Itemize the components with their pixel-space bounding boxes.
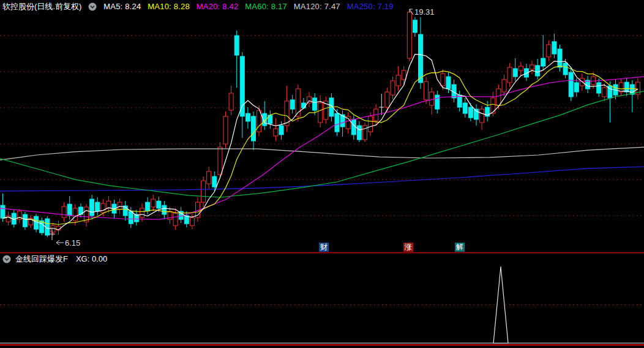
chevron-down-icon[interactable] xyxy=(2,255,11,263)
watermark-badge: 财 xyxy=(319,243,329,252)
indicator-value: XG: 0.00 xyxy=(76,254,107,264)
chevron-down-icon[interactable] xyxy=(88,2,97,11)
indicator-name: 金线回踩爆发F xyxy=(15,254,68,264)
watermark-badge: 涨 xyxy=(403,243,413,252)
candlestick-chart-canvas[interactable]: 19.316.15 xyxy=(0,0,644,348)
stock-title: 软控股份(日线.前复权) xyxy=(2,2,81,12)
ma250-label: MA250: 7.19 xyxy=(347,2,394,12)
ma60-label: MA60: 8.17 xyxy=(245,2,287,12)
ma5-label: MA5: 8.24 xyxy=(103,2,141,12)
ma20-label: MA20: 8.42 xyxy=(197,2,239,12)
svg-text:19.31: 19.31 xyxy=(414,7,435,17)
svg-text:6.15: 6.15 xyxy=(65,238,80,248)
ma120-label: MA120: 7.47 xyxy=(294,2,340,12)
watermark-badge: 解 xyxy=(455,243,465,252)
indicator-panel-header: 金线回踩爆发F XG: 0.00 xyxy=(2,254,107,264)
ma10-label: MA10: 8.28 xyxy=(148,2,190,12)
stock-chart-window: 19.316.15 软控股份(日线.前复权) MA5: 8.24 MA10: 8… xyxy=(0,0,644,348)
main-chart-header: 软控股份(日线.前复权) MA5: 8.24 MA10: 8.28 MA20: … xyxy=(2,2,394,12)
